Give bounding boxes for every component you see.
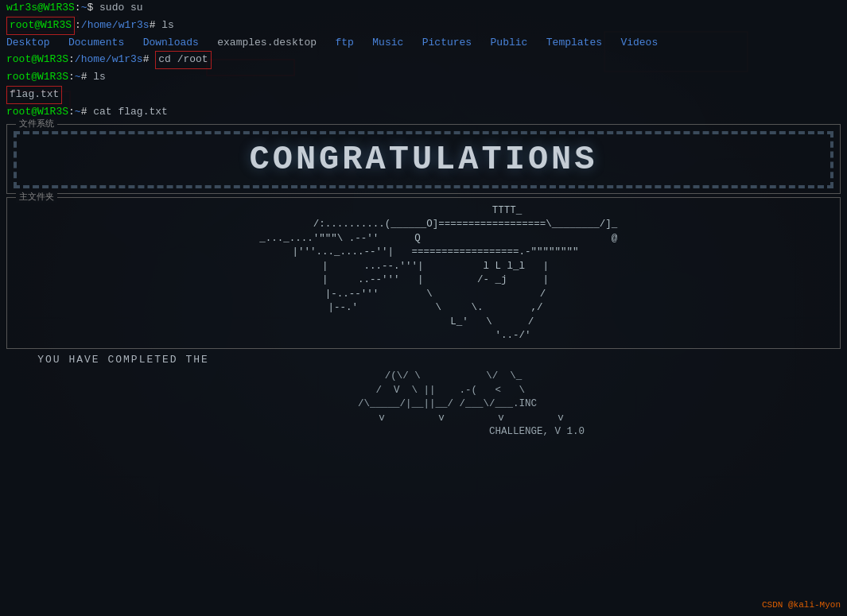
prompt-hash-3: # [143,53,156,65]
prompt-colon-1: : [75,2,81,14]
ls-sep-4 [317,37,335,48]
prompt-hash-2: # [150,19,162,31]
ls-item-downloads: Downloads [143,37,199,48]
ls-item-music: Music [372,37,403,48]
prompt-user-3: root@W1R3S [6,53,68,65]
command-4: ls [93,71,106,83]
csdn-watermark: CSDN @kali-Myon [762,600,841,610]
terminal-line-6: root@W1R3S:~# cat flag.txt [0,104,847,121]
terminal-line-1: w1r3s@W1R3S:~$ sudo su [0,0,847,17]
prompt-colon-4: : [68,71,75,83]
ls-sep-1 [50,37,68,48]
ls-item-pictures: Pictures [422,37,472,48]
ls-sep-6 [403,37,422,48]
ls-sep-7 [472,37,490,48]
terminal-window: w1r3s@W1R3S:~$ sudo su root@W1R3S:/home/… [0,0,847,616]
ls-item-documents: Documents [68,37,124,48]
completed-text: YOU HAVE COMPLETED THE [0,352,847,369]
command-5: cat flag.txt [93,106,168,118]
main-folder-section: 主文件夹 TTTT_ /:..........(______O]========… [0,197,847,349]
ls-sep-5 [354,37,372,48]
section-label-mainfolder: 主文件夹 [16,191,57,203]
flag-txt-highlight: flag.txt [6,86,62,104]
prompt-user-5: root@W1R3S [6,106,68,118]
terminal-line-3: root@W1R3S:/home/w1r3s# cd /root [0,51,847,69]
ls-output-line: Desktop Documents Downloads examples.des… [0,35,847,52]
ls-item-templates: Templates [546,37,602,48]
command-3: cd /root [158,53,208,65]
mainfolder-content: TTTT_ /:..........(______O]=============… [6,197,841,349]
terminal-line-5: flag.txt [0,86,847,104]
prompt-colon-2: : [75,19,81,31]
prompt-hash-5: # [81,106,94,118]
ls-sep-9 [602,37,620,48]
ls-item-desktop: Desktop [6,37,50,48]
prompt-user-4: root@W1R3S [6,71,68,83]
completed-label: YOU HAVE COMPLETED THE [37,354,209,366]
terminal-line-2: root@W1R3S:/home/w1r3s# ls [0,17,847,35]
command-1: sudo su [99,2,143,14]
prompt-hash-4: # [81,71,94,83]
ls-item-ftp: ftp [336,37,354,48]
filesystem-section: 文件系统 CONGRATULATIONS [0,124,847,194]
cd-root-highlight: cd /root [155,51,211,69]
prompt-path-3: /home/w1r3s [75,53,143,65]
ls-sep-2 [124,37,142,48]
filesystem-content: CONGRATULATIONS [6,124,841,194]
prompt-path-4: ~ [75,71,81,83]
flag-txt-text: flag.txt [10,88,59,100]
ls-item-public: Public [491,37,528,48]
terminal-line-4: root@W1R3S:~# ls [0,69,847,86]
prompt-user-2: root@W1R3S [10,19,72,31]
prompt-path-2: /home/w1r3s [81,19,150,31]
ls-sep-3 [199,37,217,48]
prompt-colon-3: : [68,53,75,65]
ascii-art-person: TTTT_ /:..........(______O]=============… [10,204,837,343]
congratulations-text: CONGRATULATIONS [14,131,833,188]
terminal-content: w1r3s@W1R3S:~$ sudo su root@W1R3S:/home/… [0,0,847,440]
prompt-dollar-1: $ [87,2,99,14]
ls-item-videos: Videos [620,37,658,48]
prompt-colon-5: : [68,106,75,118]
wires-logo: /(\/ \ \/ \_ / V \ || .-( < \ /\_____/|_… [0,370,847,440]
ls-sep-8 [527,37,546,48]
root-highlight-box-1: root@W1R3S [6,17,75,35]
prompt-user-1: w1r3s@W1R3S [6,2,75,14]
ls-item-examples: examples.desktop [217,37,317,48]
prompt-path-5: ~ [75,106,81,118]
command-2: ls [161,19,174,31]
section-label-filesystem: 文件系统 [16,118,57,130]
